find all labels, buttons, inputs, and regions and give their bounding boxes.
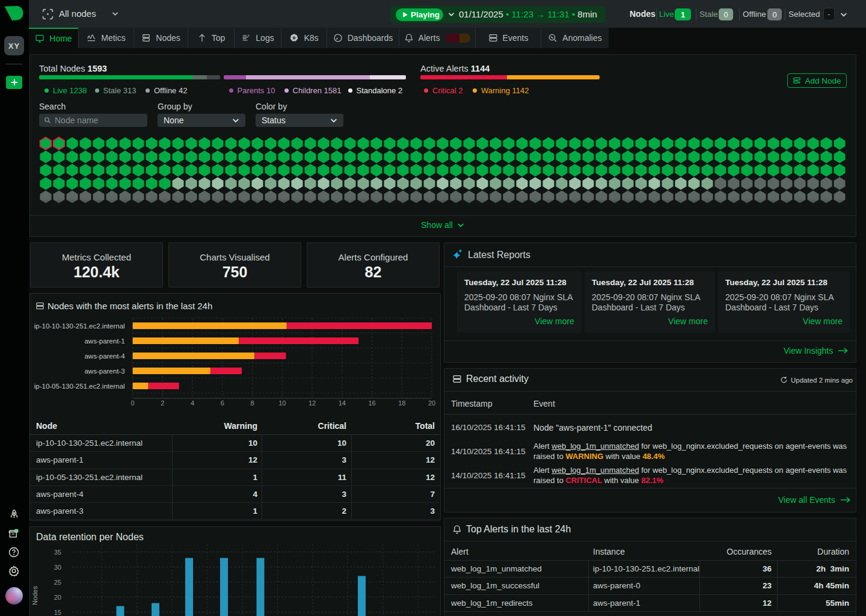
svg-text:aws-parent-3: aws-parent-3	[84, 368, 124, 375]
svg-text:Nodes: Nodes	[31, 586, 38, 605]
svg-text:14: 14	[339, 399, 346, 407]
svg-text:12: 12	[309, 399, 316, 407]
svg-text:25: 25	[54, 579, 61, 586]
svg-text:18: 18	[398, 399, 405, 407]
svg-text:30: 30	[54, 564, 61, 571]
svg-text:15: 15	[54, 609, 61, 616]
svg-text:ip-10-05-130-251.ec2.internal: ip-10-05-130-251.ec2.internal	[34, 383, 125, 390]
svg-text:0: 0	[131, 399, 135, 407]
svg-text:20: 20	[54, 594, 61, 601]
svg-text:8: 8	[251, 399, 254, 407]
svg-text:20: 20	[428, 399, 435, 407]
svg-text:10: 10	[278, 399, 286, 407]
svg-text:16: 16	[368, 399, 375, 407]
svg-text:4: 4	[191, 399, 194, 407]
svg-text:ip-10-10-130-251.ec2.internal: ip-10-10-130-251.ec2.internal	[34, 322, 125, 330]
svg-text:6: 6	[221, 399, 224, 407]
svg-text:aws-parent-1: aws-parent-1	[84, 337, 124, 345]
svg-text:35: 35	[54, 549, 61, 556]
svg-text:2: 2	[161, 399, 164, 407]
svg-text:aws-parent-4: aws-parent-4	[84, 353, 125, 360]
